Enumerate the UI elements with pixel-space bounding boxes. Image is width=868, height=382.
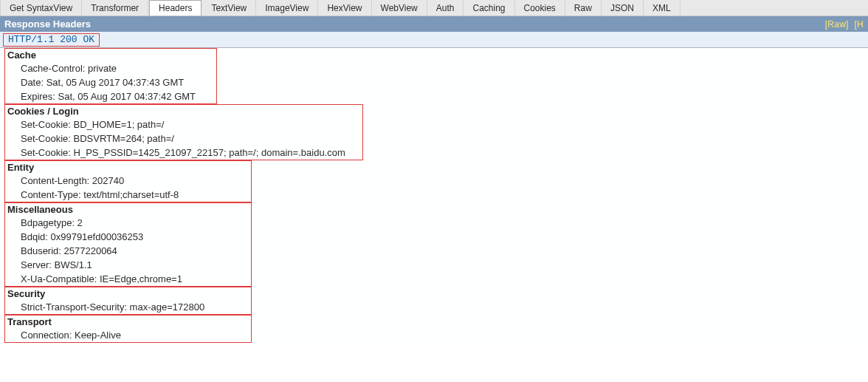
headers-content: CacheCache-Control: privateDate: Sat, 05… bbox=[0, 48, 868, 343]
tab-json[interactable]: JSON bbox=[602, 0, 644, 16]
header-item[interactable]: Server: BWS/1.1 bbox=[7, 258, 868, 272]
header-group-title[interactable]: Entity bbox=[7, 160, 868, 174]
status-line-row: HTTP/1.1 200 OK bbox=[0, 32, 868, 48]
header-item[interactable]: Set-Cookie: H_PS_PSSID=1425_21097_22157;… bbox=[7, 146, 868, 160]
link-header-defs[interactable]: [H bbox=[854, 19, 864, 30]
header-group-title[interactable]: Cache bbox=[7, 48, 868, 61]
tab-raw[interactable]: Raw bbox=[565, 0, 602, 16]
tab-hexview[interactable]: HexView bbox=[318, 0, 371, 16]
header-group: EntityContent-Length: 202740Content-Type… bbox=[0, 160, 868, 202]
response-headers-title: Response Headers bbox=[4, 18, 91, 30]
header-item[interactable]: Bduserid: 2577220064 bbox=[7, 244, 868, 258]
tab-imageview[interactable]: ImageView bbox=[256, 0, 318, 16]
header-item[interactable]: Date: Sat, 05 Aug 2017 04:37:43 GMT bbox=[7, 75, 868, 89]
tab-headers[interactable]: Headers bbox=[149, 0, 202, 16]
header-item[interactable]: Strict-Transport-Security: max-age=17280… bbox=[7, 300, 868, 314]
tab-get-syntaxview[interactable]: Get SyntaxView bbox=[0, 0, 82, 16]
inspector-tabs: Get SyntaxView Transformer Headers TextV… bbox=[0, 0, 868, 16]
header-group: MiscellaneousBdpagetype: 2Bdqid: 0x99791… bbox=[0, 202, 868, 287]
link-raw[interactable]: [Raw] bbox=[825, 19, 849, 30]
header-group-title[interactable]: Cookies / Login bbox=[7, 104, 868, 117]
header-item[interactable]: X-Ua-Compatible: IE=Edge,chrome=1 bbox=[7, 272, 868, 286]
tab-xml[interactable]: XML bbox=[644, 0, 681, 16]
header-group-title[interactable]: Security bbox=[7, 287, 868, 300]
header-item[interactable]: Bdpagetype: 2 bbox=[7, 216, 868, 230]
header-group: Cookies / LoginSet-Cookie: BD_HOME=1; pa… bbox=[0, 104, 868, 160]
header-item[interactable]: Content-Length: 202740 bbox=[7, 174, 868, 188]
header-item[interactable]: Bdqid: 0x99791efd00036253 bbox=[7, 230, 868, 244]
response-headers-bar: Response Headers [Raw] [H bbox=[0, 16, 868, 32]
header-item[interactable]: Connection: Keep-Alive bbox=[7, 328, 868, 342]
header-item[interactable]: Set-Cookie: BDSVRTM=264; path=/ bbox=[7, 132, 868, 146]
header-item[interactable]: Set-Cookie: BD_HOME=1; path=/ bbox=[7, 117, 868, 132]
header-group-title[interactable]: Miscellaneous bbox=[7, 202, 868, 216]
header-item[interactable]: Content-Type: text/html;charset=utf-8 bbox=[7, 188, 868, 202]
header-group: TransportConnection: Keep-Alive bbox=[0, 315, 868, 343]
response-headers-links: [Raw] [H bbox=[825, 18, 864, 30]
header-group-title[interactable]: Transport bbox=[7, 315, 868, 328]
tab-transformer[interactable]: Transformer bbox=[82, 0, 148, 16]
tab-webview[interactable]: WebView bbox=[372, 0, 427, 16]
header-item[interactable]: Expires: Sat, 05 Aug 2017 04:37:42 GMT bbox=[7, 89, 868, 103]
header-item[interactable]: Cache-Control: private bbox=[7, 61, 868, 75]
http-status-line: HTTP/1.1 200 OK bbox=[3, 33, 100, 47]
header-group: CacheCache-Control: privateDate: Sat, 05… bbox=[0, 48, 868, 104]
header-group: SecurityStrict-Transport-Security: max-a… bbox=[0, 287, 868, 315]
tab-textview[interactable]: TextView bbox=[202, 0, 256, 16]
tab-caching[interactable]: Caching bbox=[464, 0, 514, 16]
tab-cookies[interactable]: Cookies bbox=[515, 0, 565, 16]
tab-auth[interactable]: Auth bbox=[427, 0, 464, 16]
